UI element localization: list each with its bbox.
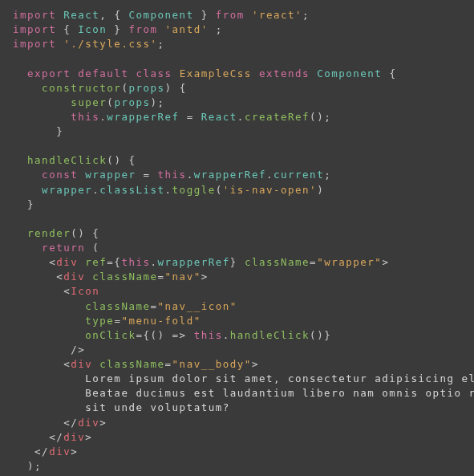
token-punc: > xyxy=(85,431,92,443)
token-punc: } xyxy=(107,23,128,35)
token-fn: handleClick xyxy=(27,154,107,166)
code-line: const wrapper = this.wrapperRef.current; xyxy=(13,169,331,181)
token-punc: ; xyxy=(158,38,165,50)
token-attr: onClick xyxy=(85,329,136,341)
token-attr: ref xyxy=(85,256,107,268)
token-punc xyxy=(13,300,85,312)
token-punc: } xyxy=(230,256,245,268)
code-line: /> xyxy=(13,344,85,356)
token-punc: } xyxy=(194,9,216,21)
token-punc xyxy=(13,401,85,413)
token-punc xyxy=(13,227,27,239)
token-fn: toggle xyxy=(172,184,216,196)
token-punc: . xyxy=(92,184,99,196)
code-line: } xyxy=(13,125,63,137)
code-line: sit unde voluptatum? xyxy=(13,401,230,413)
token-id: current xyxy=(273,169,324,181)
token-punc: ); xyxy=(13,460,42,472)
token-punc: ()} xyxy=(310,329,331,341)
token-punc xyxy=(71,67,78,79)
code-line: wrapper.classList.toggle('is-nav-open') xyxy=(13,184,324,196)
token-punc: { xyxy=(56,23,78,35)
token-txt: Beatae ducimus est laudantium libero nam… xyxy=(85,387,474,399)
token-punc: /> xyxy=(13,344,85,356)
token-punc: = xyxy=(310,256,317,268)
token-punc: ={() => xyxy=(136,329,193,341)
token-punc xyxy=(78,256,85,268)
token-punc: </ xyxy=(13,417,78,429)
token-str: './style.css' xyxy=(63,38,157,50)
code-line: import './style.css'; xyxy=(13,38,165,50)
code-line: ); xyxy=(13,460,42,472)
token-str: 'is-nav-open' xyxy=(223,184,317,196)
token-punc xyxy=(56,38,63,50)
token-id: Component xyxy=(128,9,193,21)
token-punc xyxy=(13,329,85,341)
token-kw: import xyxy=(13,9,56,21)
token-punc xyxy=(92,358,99,370)
token-punc: . xyxy=(237,111,245,123)
token-punc: . xyxy=(151,256,158,268)
token-attrval: "nav__body" xyxy=(172,358,252,370)
token-kw: this xyxy=(71,111,99,123)
token-attr: className xyxy=(245,256,310,268)
token-id: props xyxy=(114,96,150,108)
token-punc xyxy=(252,67,259,79)
code-line: <div className="nav__body"> xyxy=(13,358,259,370)
code-line: render() { xyxy=(13,227,99,239)
token-punc: } xyxy=(13,198,34,210)
token-punc: < xyxy=(13,358,71,370)
token-id: Icon xyxy=(78,23,107,35)
token-punc xyxy=(13,169,42,181)
token-id: Component xyxy=(317,67,382,79)
code-line: <Icon xyxy=(13,285,99,297)
token-kw: this xyxy=(158,169,187,181)
code-line: </div> xyxy=(13,431,92,443)
code-line: this.wrapperRef = React.createRef(); xyxy=(13,111,331,123)
token-attr: type xyxy=(85,315,114,327)
token-punc: </ xyxy=(13,445,49,458)
token-punc: ; xyxy=(324,169,331,181)
code-line: import { Icon } from 'antd' ; xyxy=(13,23,223,35)
token-punc: . xyxy=(223,329,230,341)
code-line: handleClick() { xyxy=(13,154,136,166)
token-punc: . xyxy=(187,169,194,181)
token-punc: </ xyxy=(13,431,63,443)
token-kw: export xyxy=(27,67,71,79)
code-line: </div> xyxy=(13,445,78,458)
token-attr: className xyxy=(85,300,150,312)
token-kw: const xyxy=(42,169,78,181)
token-punc xyxy=(13,111,71,123)
token-id: wrapper xyxy=(42,184,92,196)
token-kw: from xyxy=(216,9,245,21)
token-punc: . xyxy=(165,184,172,196)
token-tag: div xyxy=(56,256,78,268)
code-line: super(props); xyxy=(13,96,165,108)
token-punc: > xyxy=(99,417,107,429)
token-punc: , { xyxy=(99,9,128,21)
token-attrval: "menu-fold" xyxy=(121,315,201,327)
token-fn: handleClick xyxy=(230,329,310,341)
token-punc: ={ xyxy=(107,256,121,268)
token-cls: ExampleCss xyxy=(180,67,252,79)
code-line: onClick={() => this.handleClick()} xyxy=(13,329,331,341)
token-attrval: "nav" xyxy=(165,271,201,283)
token-punc xyxy=(13,67,27,79)
token-id: classList xyxy=(99,184,164,196)
token-punc: { xyxy=(382,67,396,79)
token-punc: ( xyxy=(216,184,223,196)
token-punc: > xyxy=(201,271,209,283)
code-block: import React, { Component } from 'react'… xyxy=(0,0,474,476)
token-tag: div xyxy=(63,271,85,283)
token-punc: < xyxy=(13,256,56,268)
token-tag: div xyxy=(49,445,71,458)
token-punc xyxy=(56,9,63,21)
token-punc: ( xyxy=(85,242,99,254)
token-punc: = xyxy=(151,300,158,312)
token-punc xyxy=(172,67,180,79)
token-punc xyxy=(13,154,27,166)
token-punc xyxy=(158,23,165,35)
code-line: return ( xyxy=(13,242,99,254)
code-line: } xyxy=(13,198,34,210)
code-line: Lorem ipsum dolor sit amet, consectetur … xyxy=(13,372,474,384)
